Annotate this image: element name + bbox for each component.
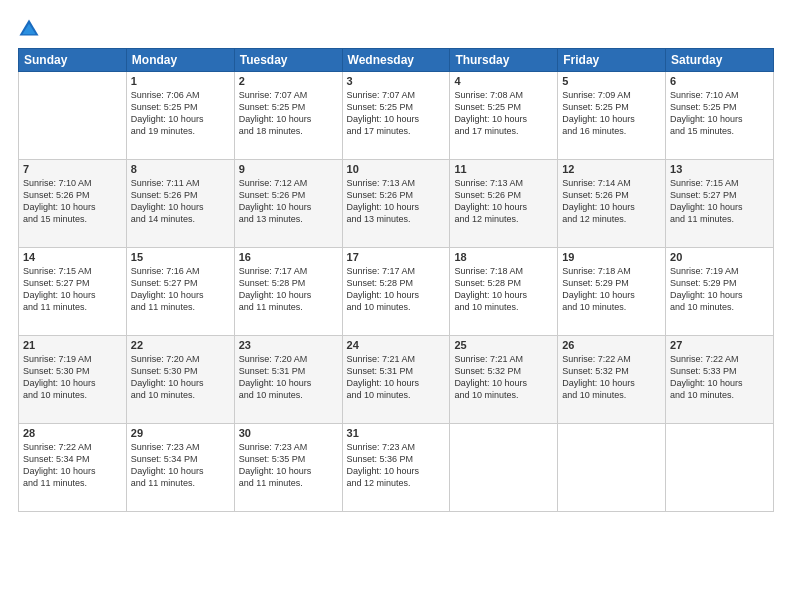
day-number: 31	[347, 427, 446, 439]
calendar-cell: 25Sunrise: 7:21 AM Sunset: 5:32 PM Dayli…	[450, 336, 558, 424]
calendar-cell: 18Sunrise: 7:18 AM Sunset: 5:28 PM Dayli…	[450, 248, 558, 336]
calendar-cell: 24Sunrise: 7:21 AM Sunset: 5:31 PM Dayli…	[342, 336, 450, 424]
calendar-header-row: SundayMondayTuesdayWednesdayThursdayFrid…	[19, 49, 774, 72]
day-info: Sunrise: 7:22 AM Sunset: 5:32 PM Dayligh…	[562, 353, 661, 402]
calendar-cell: 15Sunrise: 7:16 AM Sunset: 5:27 PM Dayli…	[126, 248, 234, 336]
calendar-week-1: 1Sunrise: 7:06 AM Sunset: 5:25 PM Daylig…	[19, 72, 774, 160]
day-number: 30	[239, 427, 338, 439]
day-info: Sunrise: 7:06 AM Sunset: 5:25 PM Dayligh…	[131, 89, 230, 138]
calendar-cell: 7Sunrise: 7:10 AM Sunset: 5:26 PM Daylig…	[19, 160, 127, 248]
calendar-header-tuesday: Tuesday	[234, 49, 342, 72]
day-info: Sunrise: 7:20 AM Sunset: 5:30 PM Dayligh…	[131, 353, 230, 402]
calendar-header-friday: Friday	[558, 49, 666, 72]
calendar-week-4: 21Sunrise: 7:19 AM Sunset: 5:30 PM Dayli…	[19, 336, 774, 424]
day-number: 26	[562, 339, 661, 351]
day-number: 3	[347, 75, 446, 87]
day-info: Sunrise: 7:21 AM Sunset: 5:32 PM Dayligh…	[454, 353, 553, 402]
calendar-week-5: 28Sunrise: 7:22 AM Sunset: 5:34 PM Dayli…	[19, 424, 774, 512]
day-number: 2	[239, 75, 338, 87]
calendar-cell: 31Sunrise: 7:23 AM Sunset: 5:36 PM Dayli…	[342, 424, 450, 512]
calendar-cell: 3Sunrise: 7:07 AM Sunset: 5:25 PM Daylig…	[342, 72, 450, 160]
day-number: 14	[23, 251, 122, 263]
day-info: Sunrise: 7:19 AM Sunset: 5:30 PM Dayligh…	[23, 353, 122, 402]
day-info: Sunrise: 7:23 AM Sunset: 5:36 PM Dayligh…	[347, 441, 446, 490]
calendar-header-monday: Monday	[126, 49, 234, 72]
day-number: 15	[131, 251, 230, 263]
calendar-week-2: 7Sunrise: 7:10 AM Sunset: 5:26 PM Daylig…	[19, 160, 774, 248]
day-number: 9	[239, 163, 338, 175]
day-info: Sunrise: 7:07 AM Sunset: 5:25 PM Dayligh…	[347, 89, 446, 138]
calendar-cell: 23Sunrise: 7:20 AM Sunset: 5:31 PM Dayli…	[234, 336, 342, 424]
day-number: 18	[454, 251, 553, 263]
day-info: Sunrise: 7:09 AM Sunset: 5:25 PM Dayligh…	[562, 89, 661, 138]
calendar-cell: 17Sunrise: 7:17 AM Sunset: 5:28 PM Dayli…	[342, 248, 450, 336]
calendar-cell	[558, 424, 666, 512]
calendar-cell: 14Sunrise: 7:15 AM Sunset: 5:27 PM Dayli…	[19, 248, 127, 336]
page: SundayMondayTuesdayWednesdayThursdayFrid…	[0, 0, 792, 612]
day-number: 20	[670, 251, 769, 263]
calendar-cell: 6Sunrise: 7:10 AM Sunset: 5:25 PM Daylig…	[666, 72, 774, 160]
day-number: 1	[131, 75, 230, 87]
day-info: Sunrise: 7:18 AM Sunset: 5:28 PM Dayligh…	[454, 265, 553, 314]
day-number: 5	[562, 75, 661, 87]
calendar-cell: 13Sunrise: 7:15 AM Sunset: 5:27 PM Dayli…	[666, 160, 774, 248]
calendar-header-wednesday: Wednesday	[342, 49, 450, 72]
calendar-cell: 10Sunrise: 7:13 AM Sunset: 5:26 PM Dayli…	[342, 160, 450, 248]
day-number: 25	[454, 339, 553, 351]
day-info: Sunrise: 7:23 AM Sunset: 5:34 PM Dayligh…	[131, 441, 230, 490]
day-info: Sunrise: 7:22 AM Sunset: 5:33 PM Dayligh…	[670, 353, 769, 402]
calendar-cell: 28Sunrise: 7:22 AM Sunset: 5:34 PM Dayli…	[19, 424, 127, 512]
calendar-cell: 2Sunrise: 7:07 AM Sunset: 5:25 PM Daylig…	[234, 72, 342, 160]
calendar-header-sunday: Sunday	[19, 49, 127, 72]
calendar-cell: 20Sunrise: 7:19 AM Sunset: 5:29 PM Dayli…	[666, 248, 774, 336]
header	[18, 18, 774, 40]
day-info: Sunrise: 7:13 AM Sunset: 5:26 PM Dayligh…	[454, 177, 553, 226]
calendar-cell: 1Sunrise: 7:06 AM Sunset: 5:25 PM Daylig…	[126, 72, 234, 160]
day-number: 8	[131, 163, 230, 175]
day-number: 29	[131, 427, 230, 439]
calendar-table: SundayMondayTuesdayWednesdayThursdayFrid…	[18, 48, 774, 512]
day-info: Sunrise: 7:17 AM Sunset: 5:28 PM Dayligh…	[347, 265, 446, 314]
logo-icon	[18, 18, 40, 40]
calendar-cell: 16Sunrise: 7:17 AM Sunset: 5:28 PM Dayli…	[234, 248, 342, 336]
day-number: 11	[454, 163, 553, 175]
day-number: 21	[23, 339, 122, 351]
day-number: 22	[131, 339, 230, 351]
day-info: Sunrise: 7:17 AM Sunset: 5:28 PM Dayligh…	[239, 265, 338, 314]
calendar-cell: 12Sunrise: 7:14 AM Sunset: 5:26 PM Dayli…	[558, 160, 666, 248]
day-number: 16	[239, 251, 338, 263]
calendar-cell: 4Sunrise: 7:08 AM Sunset: 5:25 PM Daylig…	[450, 72, 558, 160]
day-info: Sunrise: 7:20 AM Sunset: 5:31 PM Dayligh…	[239, 353, 338, 402]
day-number: 12	[562, 163, 661, 175]
calendar-cell: 8Sunrise: 7:11 AM Sunset: 5:26 PM Daylig…	[126, 160, 234, 248]
day-info: Sunrise: 7:23 AM Sunset: 5:35 PM Dayligh…	[239, 441, 338, 490]
calendar-cell: 19Sunrise: 7:18 AM Sunset: 5:29 PM Dayli…	[558, 248, 666, 336]
day-number: 7	[23, 163, 122, 175]
calendar-cell: 26Sunrise: 7:22 AM Sunset: 5:32 PM Dayli…	[558, 336, 666, 424]
calendar-cell	[666, 424, 774, 512]
day-info: Sunrise: 7:11 AM Sunset: 5:26 PM Dayligh…	[131, 177, 230, 226]
day-number: 10	[347, 163, 446, 175]
day-info: Sunrise: 7:16 AM Sunset: 5:27 PM Dayligh…	[131, 265, 230, 314]
day-info: Sunrise: 7:21 AM Sunset: 5:31 PM Dayligh…	[347, 353, 446, 402]
calendar-cell	[19, 72, 127, 160]
day-number: 19	[562, 251, 661, 263]
calendar-cell: 30Sunrise: 7:23 AM Sunset: 5:35 PM Dayli…	[234, 424, 342, 512]
day-number: 4	[454, 75, 553, 87]
day-info: Sunrise: 7:10 AM Sunset: 5:25 PM Dayligh…	[670, 89, 769, 138]
calendar-header-saturday: Saturday	[666, 49, 774, 72]
day-info: Sunrise: 7:15 AM Sunset: 5:27 PM Dayligh…	[23, 265, 122, 314]
day-info: Sunrise: 7:13 AM Sunset: 5:26 PM Dayligh…	[347, 177, 446, 226]
day-info: Sunrise: 7:10 AM Sunset: 5:26 PM Dayligh…	[23, 177, 122, 226]
day-info: Sunrise: 7:18 AM Sunset: 5:29 PM Dayligh…	[562, 265, 661, 314]
day-info: Sunrise: 7:14 AM Sunset: 5:26 PM Dayligh…	[562, 177, 661, 226]
day-number: 6	[670, 75, 769, 87]
calendar-cell	[450, 424, 558, 512]
day-number: 17	[347, 251, 446, 263]
calendar-cell: 21Sunrise: 7:19 AM Sunset: 5:30 PM Dayli…	[19, 336, 127, 424]
calendar-week-3: 14Sunrise: 7:15 AM Sunset: 5:27 PM Dayli…	[19, 248, 774, 336]
day-info: Sunrise: 7:07 AM Sunset: 5:25 PM Dayligh…	[239, 89, 338, 138]
day-info: Sunrise: 7:22 AM Sunset: 5:34 PM Dayligh…	[23, 441, 122, 490]
calendar-cell: 27Sunrise: 7:22 AM Sunset: 5:33 PM Dayli…	[666, 336, 774, 424]
calendar-cell: 11Sunrise: 7:13 AM Sunset: 5:26 PM Dayli…	[450, 160, 558, 248]
